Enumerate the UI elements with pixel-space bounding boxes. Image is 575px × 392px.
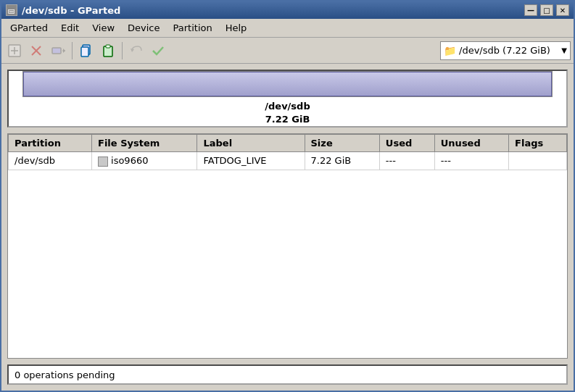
- menu-edit[interactable]: Edit: [55, 21, 85, 35]
- filesystem-icon: [98, 157, 108, 167]
- cell-flags: [509, 152, 567, 170]
- col-flags: Flags: [509, 135, 567, 152]
- toolbar-separator-1: [72, 42, 73, 59]
- titlebar: 🖴 /dev/sdb - GParted — □ ✕: [1, 1, 574, 19]
- svg-rect-9: [81, 47, 88, 57]
- device-label: /dev/sdb (7.22 GiB): [459, 45, 558, 56]
- maximize-button[interactable]: □: [540, 4, 553, 16]
- cell-partition: /dev/sdb: [9, 152, 92, 170]
- disk-visual-area: /dev/sdb 7.22 GiB: [7, 70, 568, 128]
- chevron-down-icon: ▼: [561, 46, 567, 54]
- new-partition-button[interactable]: [4, 41, 25, 61]
- window-title: /dev/sdb - GParted: [22, 5, 120, 16]
- cell-used: ---: [379, 152, 434, 170]
- status-text: 0 operations pending: [15, 370, 115, 380]
- svg-marker-12: [131, 49, 134, 52]
- resize-move-button[interactable]: [48, 41, 68, 61]
- menubar: GPartedEditViewDevicePartitionHelp: [1, 19, 574, 38]
- col-used: Used: [379, 135, 434, 152]
- minimize-button[interactable]: —: [524, 4, 537, 16]
- menu-partition[interactable]: Partition: [167, 21, 218, 35]
- menu-help[interactable]: Help: [220, 21, 253, 35]
- window-content: /dev/sdb 7.22 GiB Partition File System …: [1, 64, 574, 391]
- titlebar-left: 🖴 /dev/sdb - GParted: [6, 4, 120, 16]
- table-header-row: Partition File System Label Size Used Un…: [9, 135, 567, 152]
- table-row[interactable]: /dev/sdb iso9660 FATDOG_LIVE 7.22 GiB --…: [9, 152, 567, 170]
- disk-fill: [23, 72, 552, 96]
- disk-label: /dev/sdb 7.22 GiB: [265, 100, 310, 126]
- svg-rect-5: [52, 48, 61, 54]
- svg-rect-11: [106, 45, 110, 48]
- col-partition: Partition: [9, 135, 92, 152]
- apply-button[interactable]: [148, 41, 168, 61]
- col-unused: Unused: [434, 135, 508, 152]
- delete-partition-button[interactable]: [26, 41, 46, 61]
- toolbar: 📁 /dev/sdb (7.22 GiB) ▼: [1, 38, 574, 64]
- titlebar-buttons: — □ ✕: [524, 4, 569, 16]
- statusbar: 0 operations pending: [7, 364, 568, 385]
- col-filesystem: File System: [92, 135, 197, 152]
- paste-button[interactable]: [98, 41, 118, 61]
- svg-marker-7: [63, 49, 65, 53]
- partition-table-area: Partition File System Label Size Used Un…: [7, 133, 568, 359]
- col-label: Label: [197, 135, 305, 152]
- main-window: 🖴 /dev/sdb - GParted — □ ✕ GPartedEditVi…: [0, 0, 575, 392]
- app-icon: 🖴: [6, 4, 17, 16]
- cell-filesystem: iso9660: [92, 152, 197, 170]
- partition-table: Partition File System Label Size Used Un…: [8, 134, 567, 170]
- cell-label: FATDOG_LIVE: [197, 152, 305, 170]
- device-selector[interactable]: 📁 /dev/sdb (7.22 GiB) ▼: [440, 41, 571, 60]
- col-size: Size: [305, 135, 379, 152]
- copy-button[interactable]: [76, 41, 96, 61]
- menu-gparted[interactable]: GParted: [4, 21, 54, 35]
- cell-unused: ---: [434, 152, 508, 170]
- undo-button[interactable]: [126, 41, 146, 61]
- cell-size: 7.22 GiB: [305, 152, 379, 170]
- toolbar-separator-2: [122, 42, 123, 59]
- menu-view[interactable]: View: [86, 21, 120, 35]
- menu-device[interactable]: Device: [122, 21, 165, 35]
- disk-bar: [22, 71, 553, 97]
- close-button[interactable]: ✕: [556, 4, 569, 16]
